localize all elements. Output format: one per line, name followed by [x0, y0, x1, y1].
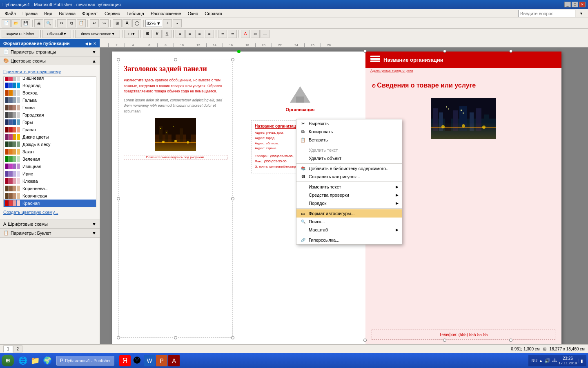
zoom-dropdown[interactable]: 82% ▼ — [145, 20, 162, 27]
color-scheme-item[interactable]: Ирис — [4, 170, 96, 177]
zoom-dropdown-arrow[interactable]: ▼ — [156, 21, 161, 26]
handle-r-tl[interactable] — [363, 49, 367, 53]
ctx-paste[interactable]: 📋 Вставить — [296, 136, 402, 144]
search-dropdown-arrow[interactable]: ▼ — [576, 11, 586, 16]
font-chevron[interactable]: ▼ — [92, 222, 96, 227]
handle-r-tm[interactable] — [443, 49, 446, 53]
color-schemes-header[interactable]: 🎨 Цветовые схемы ▲ — [0, 56, 100, 65]
booklet-params-header[interactable]: 📋 Параметры: Буклет ▼ — [0, 229, 100, 237]
ctx-change-text[interactable]: Изменить текст ▶ — [296, 183, 402, 191]
print-preview-button[interactable]: 🔍 — [44, 19, 53, 27]
color-scheme-item[interactable]: Глина — [4, 104, 96, 111]
menu-help[interactable]: Справка — [201, 10, 225, 17]
bullets-button[interactable]: ≔ — [218, 30, 227, 38]
taskbar-access[interactable]: A — [168, 355, 180, 366]
booklet-chevron[interactable]: ▼ — [92, 231, 96, 236]
print-button[interactable]: 🖨 — [34, 19, 43, 27]
fill-color-button[interactable]: ▭ — [251, 30, 260, 38]
ctx-search[interactable]: 🔍 Поиск... — [296, 218, 402, 226]
handle-tm[interactable] — [174, 58, 177, 61]
color-scheme-item[interactable]: Зеленая — [4, 155, 96, 163]
taskbar-powerpoint[interactable]: P — [156, 355, 167, 366]
cut-toolbar-button[interactable]: ✂ — [57, 19, 66, 27]
handle-br[interactable] — [231, 336, 234, 339]
color-scheme-item[interactable]: Галька — [4, 96, 96, 104]
menu-service[interactable]: Сервис — [101, 10, 123, 17]
menu-view[interactable]: Вид — [41, 10, 56, 17]
font-name-dropdown[interactable]: Times New Roman▼ — [75, 30, 120, 38]
ctx-delete-obj[interactable]: Удалить объект — [296, 154, 402, 162]
taskbar-publisher-active[interactable]: P Публикация1 - Publisher — [56, 356, 114, 366]
page-tab-1[interactable]: 1 — [3, 346, 13, 352]
align-center-button[interactable]: ≡ — [185, 30, 194, 38]
numbering-button[interactable]: ≔ — [228, 30, 237, 38]
window-controls[interactable]: _ □ ✕ — [564, 2, 586, 7]
color-scheme-item[interactable]: Красная — [4, 200, 96, 207]
font-size-dropdown[interactable]: 10▼ — [124, 30, 139, 38]
menu-insert[interactable]: Вставка — [56, 10, 79, 17]
styles-dropdown[interactable]: Обычный▼ — [42, 30, 71, 38]
ctx-cut[interactable]: ✂ Вырезать — [296, 119, 402, 128]
save-button[interactable]: 💾 — [21, 19, 30, 27]
open-button[interactable]: 📂 — [11, 19, 20, 27]
color-scheme-item[interactable]: Восход — [4, 89, 96, 96]
menu-table[interactable]: Таблица — [123, 10, 147, 17]
undo-button[interactable]: ↩ — [90, 19, 99, 27]
handle-tr[interactable] — [231, 58, 234, 61]
help-search-input[interactable] — [518, 10, 575, 17]
new-button[interactable]: 📄 — [2, 19, 11, 27]
zoom-in-button[interactable]: + — [163, 19, 172, 27]
line-color-button[interactable]: — — [261, 30, 270, 38]
close-button[interactable]: ✕ — [579, 2, 586, 7]
minimize-button[interactable]: _ — [564, 2, 571, 7]
taskbar-yandex2[interactable]: 🅨 — [131, 355, 143, 366]
color-scheme-item[interactable]: Закат — [4, 148, 96, 155]
menu-arrange[interactable]: Расположение — [147, 10, 185, 17]
copy-toolbar-button[interactable]: ⧉ — [67, 19, 76, 27]
color-scheme-item[interactable]: Изящная — [4, 163, 96, 170]
taskbar-ie[interactable]: 🌐 — [17, 355, 29, 366]
color-scheme-item[interactable]: Клюква — [4, 177, 96, 185]
panel-back-button[interactable]: ◀ — [85, 41, 88, 46]
handle-r-br[interactable] — [509, 339, 512, 342]
create-scheme-link[interactable]: Создать цветовую схему... — [3, 210, 96, 215]
color-scheme-item[interactable]: Водопад — [4, 82, 96, 89]
color-scheme-list[interactable]: БордоваяБумажнаяВерескВиноградникВишнева… — [3, 76, 96, 207]
color-scheme-item[interactable]: Дождь в лесу — [4, 141, 96, 148]
taskbar-explorer[interactable]: 📁 — [29, 355, 41, 366]
font-schemes-header[interactable]: A Шрифтовые схемы ▼ — [0, 220, 100, 228]
panel-close-button[interactable]: ✕ — [93, 41, 96, 46]
ctx-spell[interactable]: Средства проверки ▶ — [296, 191, 402, 199]
menu-edit[interactable]: Правка — [19, 10, 41, 17]
page-tabs[interactable]: 1 2 — [3, 346, 22, 352]
ctx-order[interactable]: Порядок ▶ — [296, 199, 402, 207]
panel-forward-button[interactable]: ▶ — [89, 41, 92, 46]
start-button[interactable]: ⊞ — [2, 355, 14, 366]
page-tab-2[interactable]: 2 — [13, 346, 23, 352]
ctx-add-library[interactable]: 📚 Добавить в библиотеку содержимого... — [296, 164, 402, 173]
ctx-hyperlink[interactable]: 🔗 Гиперссылка... — [296, 236, 402, 244]
underline-button[interactable]: Ч — [163, 30, 172, 38]
panel-controls[interactable]: ◀ ▶ ✕ — [85, 41, 96, 46]
color-scheme-item[interactable]: Коричневая — [4, 192, 96, 200]
page-params-chevron[interactable]: ▼ — [92, 49, 96, 54]
ctx-autoshape-fmt[interactable]: ▭ Формат автофигуры... — [296, 209, 402, 218]
color-scheme-item[interactable]: Горы — [4, 119, 96, 126]
align-left-button[interactable]: ≡ — [176, 30, 185, 38]
color-scheme-item[interactable]: Коричнева... — [4, 185, 96, 192]
color-scheme-item[interactable]: Гранат — [4, 126, 96, 133]
taskbar-browser2[interactable]: 🌍 — [42, 355, 53, 366]
zoom-out-button[interactable]: - — [173, 19, 182, 27]
handle-r-bl[interactable] — [363, 339, 367, 342]
apply-scheme-link[interactable]: Применить цветовую схему — [3, 69, 96, 74]
canvas-area[interactable]: 2 4 6 8 10 12 14 16 18 20 22 24 26 28 — [100, 39, 588, 344]
color-scheme-item[interactable]: Городская — [4, 111, 96, 119]
handle-bm[interactable] — [174, 336, 177, 339]
maximize-button[interactable]: □ — [572, 2, 578, 7]
shape-button[interactable]: ◯ — [132, 19, 141, 27]
handle-bl[interactable] — [117, 336, 120, 339]
redo-button[interactable]: ↪ — [100, 19, 109, 27]
handle-r-bm[interactable] — [443, 339, 446, 342]
menu-file[interactable]: Файл — [2, 10, 19, 17]
handle-mr[interactable] — [231, 197, 234, 200]
